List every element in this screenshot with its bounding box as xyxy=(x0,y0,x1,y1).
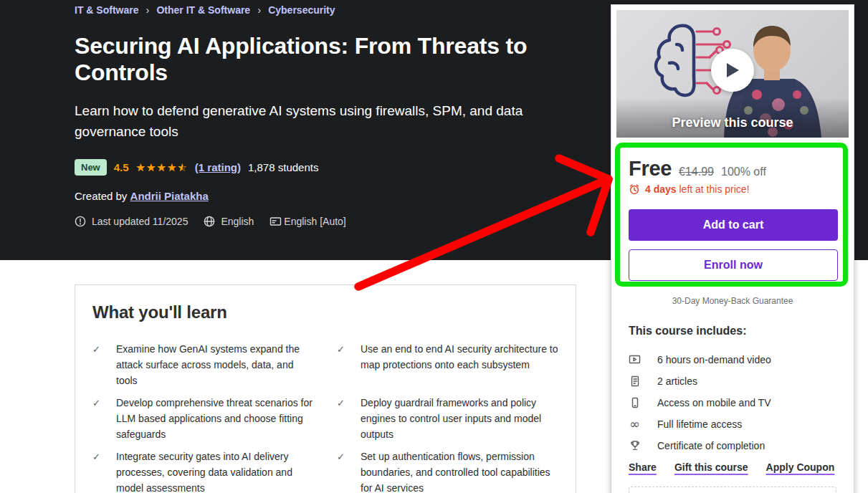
checkmark-icon: ✓ xyxy=(337,395,348,442)
captions-text: English [Auto] xyxy=(284,216,345,227)
stars-fill: ★★★★★ xyxy=(136,162,183,173)
course-title: Securing AI Applications: From Threats t… xyxy=(75,33,537,86)
price-row: Free €14.99 100% off xyxy=(629,157,766,181)
discount-percent: 100% off xyxy=(721,166,766,178)
what-you-learn-grid: ✓ Examine how GenAI systems expand the a… xyxy=(92,341,558,493)
learn-objective: Integrate security gates into AI deliver… xyxy=(116,449,315,493)
learn-objective: Deploy guardrail frameworks and policy e… xyxy=(361,395,560,442)
include-label: Access on mobile and TV xyxy=(657,397,771,408)
alert-circle-icon xyxy=(75,216,86,227)
money-back-guarantee: 30-Day Money-Back Guarantee xyxy=(611,296,854,306)
instructor-link[interactable]: Andrii Piatakha xyxy=(130,190,209,202)
closed-caption-icon xyxy=(270,216,282,227)
current-price: Free xyxy=(629,157,672,181)
list-item: ✓ Use an end to end AI security architec… xyxy=(337,341,560,388)
learn-objective: Use an end to end AI security architectu… xyxy=(361,341,560,388)
new-badge: New xyxy=(75,159,107,176)
checkmark-icon: ✓ xyxy=(92,341,104,388)
article-icon xyxy=(629,375,641,387)
include-label: 2 articles xyxy=(657,375,697,387)
last-updated-text: Last updated 11/2025 xyxy=(92,216,188,227)
rating-value: 4.5 xyxy=(114,161,129,173)
course-includes-title: This course includes: xyxy=(629,325,746,338)
list-item: ✓ Set up authentication flows, permissio… xyxy=(337,449,560,493)
learn-objective: Examine how GenAI systems expand the att… xyxy=(116,341,315,388)
play-icon xyxy=(725,62,740,79)
course-subtitle: Learn how to defend generative AI system… xyxy=(75,100,573,142)
breadcrumb-link-other-it-software[interactable]: Other IT & Software xyxy=(156,4,250,16)
rating-row: New 4.5 ☆☆☆☆☆ ★★★★★ (1 rating) 1,878 stu… xyxy=(75,159,583,176)
breadcrumb-link-cybersecurity[interactable]: Cybersecurity xyxy=(268,4,335,16)
created-by-label: Created by xyxy=(75,190,127,202)
learn-objective: Set up authentication flows, permission … xyxy=(361,449,560,493)
created-by-row: Created by Andrii Piatakha xyxy=(75,190,583,202)
ondemand-video-icon xyxy=(629,354,641,365)
card-links-row: Share Gift this course Apply Coupon xyxy=(629,461,838,473)
mobile-icon xyxy=(629,397,641,408)
ratings-count-link[interactable]: (1 rating) xyxy=(195,161,241,173)
breadcrumb: IT & Software › Other IT & Software › Cy… xyxy=(75,4,583,16)
list-item: Certificate of completion xyxy=(629,435,838,456)
preview-course-label: Preview this course xyxy=(616,115,849,130)
star-rating-icon: ☆☆☆☆☆ ★★★★★ xyxy=(136,162,188,173)
apply-coupon-link[interactable]: Apply Coupon xyxy=(766,461,835,473)
list-item: Access on mobile and TV xyxy=(629,392,838,413)
list-item: 2 articles xyxy=(629,370,838,392)
list-item: ∞ Full lifetime access xyxy=(629,413,838,435)
globe-icon xyxy=(204,216,215,227)
days-left: 4 days xyxy=(645,183,677,195)
alarm-clock-icon xyxy=(629,183,640,195)
days-left-text: left at this price! xyxy=(679,183,749,195)
what-you-learn-card: What you'll learn ✓ Examine how GenAI sy… xyxy=(75,284,576,493)
infinity-icon: ∞ xyxy=(629,418,641,431)
list-item: 6 hours on-demand video xyxy=(629,349,838,370)
list-item: ✓ Integrate security gates into AI deliv… xyxy=(92,449,315,493)
course-landing-page: IT & Software › Other IT & Software › Cy… xyxy=(0,0,868,493)
course-includes-list: 6 hours on-demand video 2 articles Acces… xyxy=(629,349,838,456)
enroll-now-button[interactable]: Enroll now xyxy=(629,249,838,281)
checkmark-icon: ✓ xyxy=(92,449,104,493)
list-item: ✓ Examine how GenAI systems expand the a… xyxy=(92,341,315,388)
add-to-cart-button[interactable]: Add to cart xyxy=(629,209,838,241)
chevron-right-icon: › xyxy=(257,4,261,16)
include-label: 6 hours on-demand video xyxy=(657,354,771,365)
list-item: ✓ Deploy guardrail frameworks and policy… xyxy=(337,395,560,442)
course-preview-video[interactable]: Preview this course xyxy=(616,10,849,138)
play-button[interactable] xyxy=(711,49,754,92)
students-count: 1,878 students xyxy=(248,161,318,173)
checkmark-icon: ✓ xyxy=(337,341,348,388)
trophy-icon xyxy=(629,440,641,451)
include-label: Full lifetime access xyxy=(657,418,742,430)
chevron-right-icon: › xyxy=(146,4,149,16)
gift-course-link[interactable]: Gift this course xyxy=(674,461,748,473)
original-price: €14.99 xyxy=(679,166,714,178)
what-you-learn-title: What you'll learn xyxy=(92,302,558,322)
share-link[interactable]: Share xyxy=(629,461,657,473)
checkmark-icon: ✓ xyxy=(92,395,104,442)
language-text: English xyxy=(221,216,254,227)
learn-objective: Develop comprehensive threat scenarios f… xyxy=(116,395,315,442)
course-meta-row: Last updated 11/2025 English English [Au… xyxy=(75,216,583,227)
urgency-timer-row: 4 days left at this price! xyxy=(629,183,750,195)
coupon-code-input[interactable] xyxy=(629,487,836,493)
checkmark-icon: ✓ xyxy=(337,449,348,493)
list-item: ✓ Develop comprehensive threat scenarios… xyxy=(92,395,315,442)
purchase-card: Preview this course Free €14.99 100% off… xyxy=(611,4,854,493)
include-label: Certificate of completion xyxy=(657,440,765,451)
breadcrumb-link-it-software[interactable]: IT & Software xyxy=(75,4,138,16)
